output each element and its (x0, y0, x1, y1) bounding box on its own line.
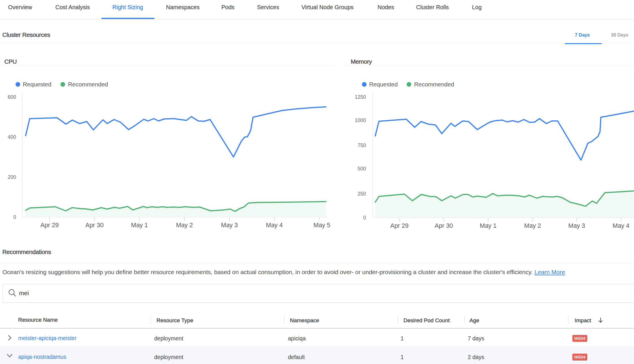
svg-text:750: 750 (358, 143, 366, 148)
svg-text:May 2: May 2 (524, 222, 541, 229)
svg-text:May 3: May 3 (221, 222, 238, 229)
svg-text:1000: 1000 (355, 117, 366, 123)
svg-text:500: 500 (358, 166, 366, 172)
svg-text:May 5: May 5 (314, 222, 331, 229)
svg-text:250: 250 (358, 191, 366, 197)
svg-text:0: 0 (363, 215, 366, 221)
svg-text:May 2: May 2 (176, 222, 193, 229)
svg-text:Recommended: Recommended (68, 81, 108, 88)
svg-text:600: 600 (8, 94, 16, 100)
svg-text:May 1: May 1 (131, 222, 148, 229)
svg-text:200: 200 (8, 174, 16, 180)
svg-text:Apr 29: Apr 29 (390, 222, 408, 229)
svg-text:400: 400 (8, 134, 16, 140)
svg-text:May 4: May 4 (613, 222, 630, 229)
svg-text:Requested: Requested (23, 81, 51, 88)
svg-text:Recommended: Recommended (414, 81, 454, 88)
svg-text:Apr 29: Apr 29 (40, 222, 59, 229)
svg-text:Apr 30: Apr 30 (85, 222, 103, 229)
svg-text:1250: 1250 (355, 94, 366, 100)
svg-text:May 3: May 3 (568, 222, 585, 229)
svg-text:Requested: Requested (369, 81, 398, 88)
svg-text:May 4: May 4 (266, 222, 283, 229)
svg-text:0: 0 (13, 214, 16, 220)
svg-text:May 1: May 1 (480, 222, 497, 229)
svg-text:Apr 30: Apr 30 (435, 222, 453, 229)
